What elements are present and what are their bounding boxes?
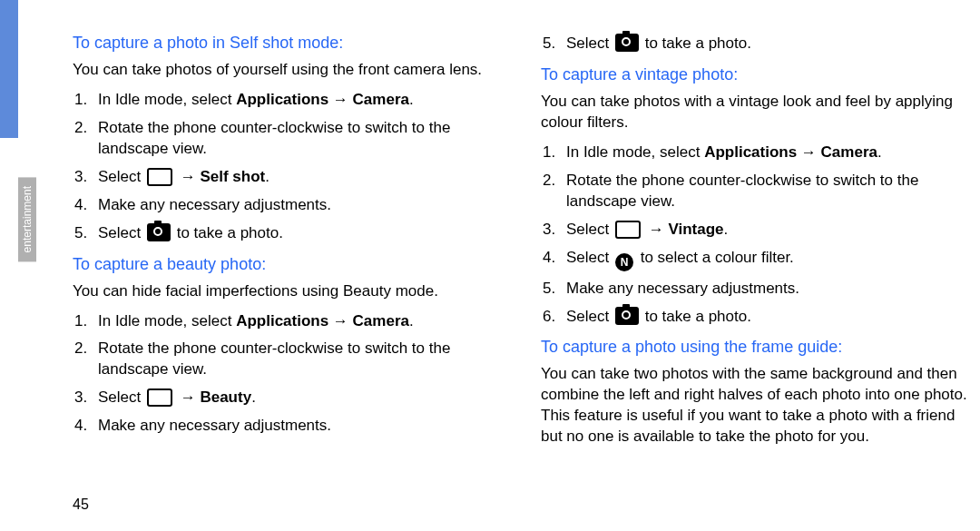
t: . [877,143,882,161]
t: In Idle mode, select [98,312,236,329]
t: In Idle mode, select [98,91,236,108]
t: . [409,91,414,108]
step: 1. In Idle mode, select Applications → C… [73,90,506,111]
t: → Self shot [176,168,265,185]
step-num: 2. [73,118,98,160]
t: to take a photo. [641,34,751,52]
step-text: Rotate the phone counter-clockwise to sw… [98,339,506,380]
step: 5. Select to take a photo. [73,223,506,244]
step: 2. Rotate the phone counter-clockwise to… [541,171,975,212]
t: Select [566,221,613,238]
step: 6. Select to take a photo. [541,307,975,328]
t: In Idle mode, select [566,143,704,161]
step-text: Rotate the phone counter-clockwise to sw… [98,118,506,160]
t: . [265,168,270,185]
heading-beauty: To capture a beauty photo: [73,255,506,274]
step-num: 3. [541,220,566,241]
step-text: Select to take a photo. [566,307,975,328]
t: Select [566,308,613,325]
step-num: 5. [541,34,566,54]
step-text: Select → Self shot. [98,167,506,188]
steps-vintage: 1. In Idle mode, select Applications → C… [541,143,975,328]
camera-icon [615,307,639,325]
column-right: 5. Select to take a photo. To capture a … [541,34,975,457]
step: 1. In Idle mode, select Applications → C… [541,143,975,163]
t: Select [98,168,145,185]
step-num: 1. [541,143,566,163]
t: . [409,312,414,329]
step-num: 6. [541,307,566,328]
page-number: 45 [73,497,89,513]
mode-rect-icon [147,168,172,186]
t: . [724,221,729,238]
heading-frameguide: To capture a photo using the frame guide… [541,338,975,357]
step-num: 4. [73,195,98,216]
step: 4. Make any necessary adjustments. [73,416,506,437]
step-num: 1. [73,90,98,111]
step: 1. In Idle mode, select Applications → C… [73,311,506,332]
t: Applications → Camera [236,312,409,329]
heading-vintage: To capture a vintage photo: [541,65,975,84]
step-text: Select to take a photo. [566,34,975,54]
step-num: 5. [73,223,98,244]
step: 2. Rotate the phone counter-clockwise to… [73,339,506,380]
step: 4. Make any necessary adjustments. [73,195,506,216]
t: to take a photo. [641,308,751,325]
t: Applications → Camera [236,91,409,108]
step-text: In Idle mode, select Applications → Came… [98,90,506,111]
steps-beauty: 1. In Idle mode, select Applications → C… [73,311,506,438]
step: 3. Select → Self shot. [73,167,506,188]
step-num: 2. [73,339,98,380]
step-text: Select to take a photo. [98,223,506,244]
t: Select [566,34,613,52]
t: Applications → Camera [704,143,877,161]
step: 3. Select → Vintage. [541,220,975,241]
t: Select [98,224,145,241]
step-num: 4. [73,416,98,437]
mode-rect-icon [615,221,641,239]
t: Select [98,388,145,406]
step-num: 2. [541,171,566,212]
step-text: Make any necessary adjustments. [98,195,506,216]
content: To capture a photo in Self shot mode: Yo… [73,34,980,457]
step-text: Make any necessary adjustments. [98,416,506,437]
t: → Vintage [644,221,724,238]
step-text: Select N to select a colour filter. [566,248,975,271]
t: to select a colour filter. [636,249,794,266]
sidebar-tab: entertainment [18,177,36,261]
camera-icon [147,223,171,241]
step: 5. Select to take a photo. [541,34,975,54]
step: 5. Make any necessary adjustments. [541,279,975,300]
step-text: Select → Vintage. [566,220,975,241]
step-num: 1. [73,311,98,332]
t: to take a photo. [172,224,283,241]
step-num: 3. [73,167,98,188]
step-text: In Idle mode, select Applications → Came… [98,311,506,332]
t: . [251,388,256,406]
step-num: 5. [541,279,566,300]
steps-selfshot: 1. In Idle mode, select Applications → C… [73,90,506,244]
intro-frameguide: You can take two photos with the same ba… [541,364,975,447]
step-text: Select → Beauty. [98,388,506,408]
step-text: Make any necessary adjustments. [566,279,975,300]
step-text: Rotate the phone counter-clockwise to sw… [566,171,975,212]
step-num: 4. [541,248,566,271]
camera-icon [615,34,639,52]
intro-beauty: You can hide facial imperfections using … [73,281,506,302]
step-text: In Idle mode, select Applications → Came… [566,143,975,163]
t: Select [566,249,613,266]
step: 3. Select → Beauty. [73,388,506,408]
intro-selfshot: You can take photos of yourself using th… [73,60,506,81]
step: 2. Rotate the phone counter-clockwise to… [73,118,506,160]
intro-vintage: You can take photos with a vintage look … [541,92,975,133]
heading-selfshot: To capture a photo in Self shot mode: [73,34,506,53]
step: 4. Select N to select a colour filter. [541,248,975,271]
t: → Beauty [176,388,251,406]
step-num: 3. [73,388,98,408]
blue-strip [0,0,18,138]
mode-rect-icon [147,388,172,407]
steps-continued: 5. Select to take a photo. [541,34,975,54]
colour-filter-icon: N [615,253,633,271]
column-left: To capture a photo in Self shot mode: Yo… [73,34,506,457]
